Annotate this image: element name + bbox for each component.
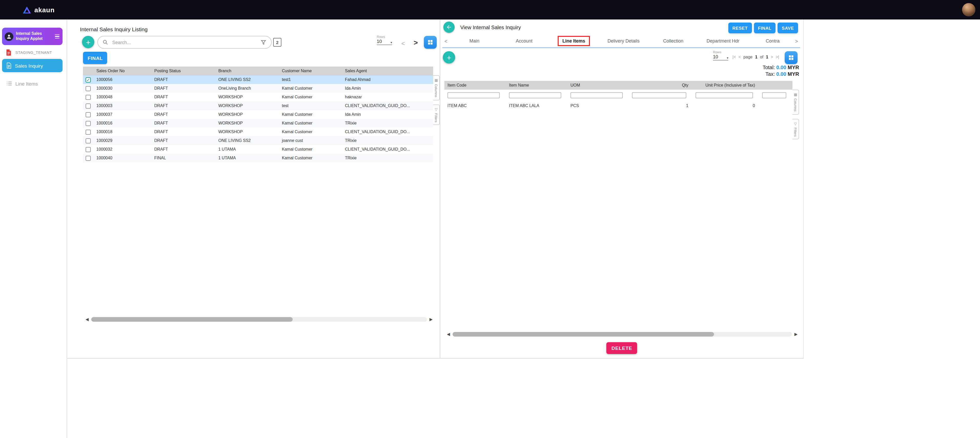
horizontal-scrollbar[interactable]: ◀ ▶ (84, 316, 434, 323)
final-button[interactable]: FINAL (754, 22, 776, 33)
delete-button[interactable]: DELETE (606, 342, 637, 354)
grid-view-button[interactable] (785, 51, 797, 64)
column-header[interactable]: Sales Order No (93, 69, 151, 73)
table-row[interactable]: ITEM ABCITEM ABC LALAPCS10 (444, 101, 792, 110)
next-page-icon[interactable]: > (771, 55, 773, 59)
table-cell: DRAFT (151, 112, 215, 117)
last-page-icon[interactable]: >| (776, 55, 780, 59)
scrollbar-thumb[interactable] (91, 317, 293, 321)
table-cell: 1000003 (93, 103, 151, 108)
column-header[interactable]: Customer Name (279, 69, 342, 73)
row-checkbox[interactable] (86, 103, 91, 108)
scroll-right-icon[interactable]: ▶ (428, 317, 434, 321)
table-cell: 1000040 (93, 156, 151, 160)
scrollbar-track[interactable] (91, 317, 427, 321)
tab-collection[interactable]: Collection (648, 38, 698, 44)
tab-delivery-details[interactable]: Delivery Details (599, 38, 648, 44)
row-checkbox[interactable] (86, 95, 91, 100)
row-checkbox[interactable] (86, 112, 91, 117)
table-row[interactable]: 1000018DRAFTWORKSHOPKamal CustomerCLIENT… (83, 127, 433, 136)
table-cell: 1 (629, 103, 692, 108)
scroll-right-icon[interactable]: ▶ (793, 332, 799, 336)
scroll-left-icon[interactable]: ◀ (445, 332, 452, 336)
add-button[interactable]: + (82, 36, 94, 48)
avatar[interactable] (962, 3, 975, 16)
reset-button[interactable]: RESET (728, 22, 752, 33)
column-filter-input[interactable] (509, 92, 561, 98)
horizontal-scrollbar[interactable]: ◀ ▶ (445, 330, 799, 338)
back-button[interactable] (443, 22, 455, 33)
sidebar-item-sales-inquiry[interactable]: Sales Inquiry (2, 59, 62, 72)
table-cell: CLIENT_VALIDATION_GUID_DO... (342, 130, 433, 134)
rows-per-page-select[interactable]: Rows 10▾ (713, 50, 728, 60)
tab-account[interactable]: Account (499, 38, 549, 44)
tab-scroll-left-icon[interactable]: < (442, 38, 450, 44)
row-checkbox[interactable] (86, 147, 91, 152)
column-header[interactable]: Item Code (444, 83, 506, 87)
table-row[interactable]: 1000016DRAFTWORKSHOPKamal CustomerTRixie (83, 119, 433, 127)
column-header[interactable]: Qty (629, 83, 692, 87)
scrollbar-track[interactable] (453, 332, 792, 336)
tab-line-items[interactable]: Line Items (549, 36, 599, 46)
column-filter-input[interactable] (447, 92, 500, 98)
row-checkbox[interactable] (86, 121, 91, 126)
row-checkbox[interactable] (86, 129, 91, 135)
brand-logo[interactable]: akaun (22, 6, 54, 14)
search-input[interactable] (111, 39, 257, 45)
rows-per-page-select[interactable]: Rows 10▾ (377, 35, 392, 45)
tenant-row[interactable]: STAGING_TENANT (6, 49, 52, 56)
tab-label: Collection (663, 38, 683, 44)
filter-icon[interactable] (260, 39, 267, 45)
applet-card[interactable]: Internal SalesInquiry Applet (2, 28, 62, 45)
table-side-rail: ▦ Columns ▽ Filters (433, 75, 440, 125)
column-header[interactable]: UOM (567, 83, 629, 87)
table-row[interactable]: 1000040FINAL1 UTAMAKamal CustomerTRixie (83, 154, 433, 162)
row-checkbox[interactable] (86, 138, 91, 143)
scrollbar-thumb[interactable] (453, 332, 714, 336)
table-row[interactable]: 1000029DRAFTONE LIVING SS2joanne custTRi… (83, 136, 433, 145)
view-panel: View Internal Sales Inquiry RESET FINAL … (440, 19, 804, 359)
tab-scroll-right-icon[interactable]: > (793, 38, 800, 44)
filters-rail-tab[interactable]: ▽ Filters (433, 104, 440, 125)
column-header[interactable]: Branch (215, 69, 279, 73)
sidebar-item-line-items[interactable]: Line Items (2, 77, 62, 90)
table-row[interactable]: ✓1000056DRAFTONE LIVING SS2test1Fahad Ah… (83, 75, 433, 84)
next-page-icon[interactable]: > (414, 38, 418, 47)
tab-contra[interactable]: Contra (748, 38, 793, 44)
columns-rail-tab[interactable]: ▦ Columns (792, 90, 799, 114)
row-checkbox[interactable] (86, 156, 91, 160)
save-button[interactable]: SAVE (778, 22, 798, 33)
table-row[interactable]: 1000048DRAFTWORKSHOPKamal Customerhaknaz… (83, 93, 433, 102)
prev-page-icon[interactable]: < (738, 55, 741, 59)
table-row[interactable]: 1000030DRAFTOneLiving BranchKamal Custom… (83, 84, 433, 93)
column-filter-input[interactable] (695, 92, 753, 98)
table-cell: 1000037 (93, 112, 151, 117)
filters-rail-tab[interactable]: ▽ Filters (792, 119, 799, 139)
column-header[interactable]: Unit Price (Inclusive of Tax) (692, 83, 759, 87)
column-filter-input[interactable] (632, 92, 686, 98)
column-header[interactable]: Posting Status (151, 69, 215, 73)
column-header[interactable]: Item Name (506, 83, 567, 87)
final-filter-button[interactable]: FINAL (83, 52, 107, 64)
row-checkbox[interactable] (86, 86, 91, 91)
list-icon (6, 81, 12, 87)
row-checkbox[interactable]: ✓ (86, 77, 91, 82)
tab-main[interactable]: Main (450, 38, 499, 44)
menu-toggle-icon[interactable] (55, 34, 59, 39)
table-row[interactable]: 1000032DRAFT1 UTAMAKamal CustomerCLIENT_… (83, 145, 433, 154)
panel-layout-icon[interactable]: 2 (273, 38, 282, 47)
scroll-left-icon[interactable]: ◀ (84, 317, 90, 321)
prev-page-icon[interactable]: < (401, 40, 405, 47)
column-filter-input[interactable] (571, 92, 623, 98)
table-cell: WORKSHOP (215, 103, 279, 108)
tab-department-hdr[interactable]: Department Hdr (698, 38, 748, 44)
columns-rail-tab[interactable]: ▦ Columns (433, 75, 440, 100)
column-filter-input[interactable] (762, 92, 786, 98)
column-header[interactable]: Sales Agent (342, 69, 433, 73)
first-page-icon[interactable]: |< (732, 55, 736, 59)
search-bar[interactable] (97, 36, 272, 49)
table-row[interactable]: 1000003DRAFTWORKSHOPtestCLIENT_VALIDATIO… (83, 102, 433, 110)
table-row[interactable]: 1000037DRAFTWORKSHOPKamal CustomerIda Am… (83, 110, 433, 119)
grid-view-button[interactable] (424, 36, 437, 49)
add-line-item-button[interactable]: + (443, 51, 455, 63)
